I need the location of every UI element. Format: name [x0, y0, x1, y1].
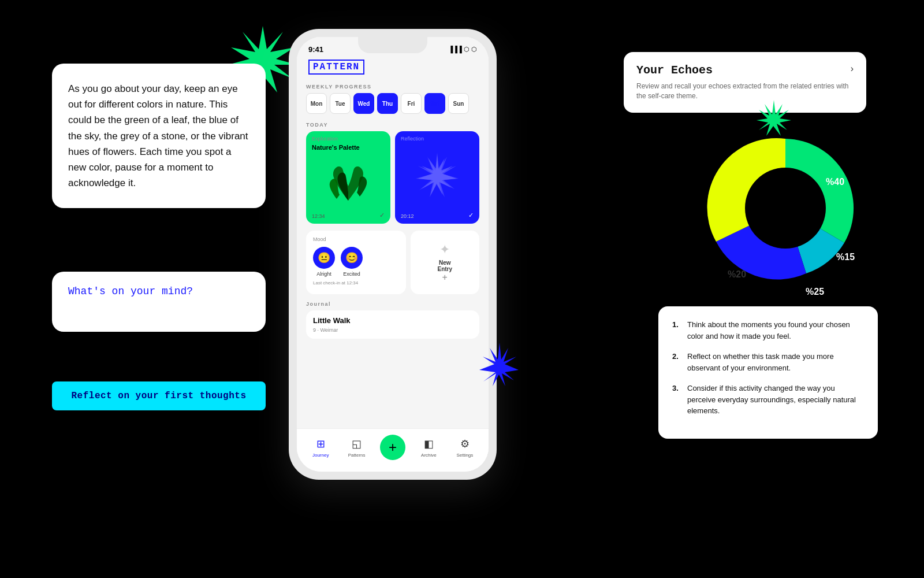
- status-icons: ▐▐▐ ⬡ ⬡: [449, 46, 478, 53]
- archive-label: Archive: [421, 453, 437, 458]
- svg-text:%25: %25: [806, 287, 824, 297]
- journal-title: Little Walk: [313, 316, 472, 325]
- phone-mockup: 9:41 ▐▐▐ ⬡ ⬡ PATTERN WEEKLY PROGRESS Mon…: [289, 29, 497, 480]
- new-entry-label: NewEntry: [437, 260, 452, 272]
- nav-patterns[interactable]: ◱ Patterns: [338, 438, 374, 458]
- phone-notch: [358, 37, 427, 53]
- reflection-category: Reflection: [395, 131, 479, 144]
- reflect-button[interactable]: Reflect on your first thoughts: [52, 381, 266, 410]
- day-thu[interactable]: Thu: [377, 93, 398, 114]
- mood-excited[interactable]: 😊 Excited: [341, 247, 363, 277]
- echoes-arrow[interactable]: ›: [851, 64, 854, 74]
- journal-label: Journal: [306, 301, 479, 307]
- bottom-nav: ⊞ Journey ◱ Patterns + ◧ Archive: [297, 428, 489, 472]
- bullet-text-1: Think about the moments you found your c…: [687, 319, 864, 342]
- bullet-text-2: Reflect on whether this task made you mo…: [687, 351, 864, 373]
- mood-label: Mood: [313, 236, 399, 242]
- phone-screen: 9:41 ▐▐▐ ⬡ ⬡ PATTERN WEEKLY PROGRESS Mon…: [297, 37, 489, 472]
- weekly-progress-section: WEEKLY PROGRESS Mon Tue Wed Thu Fri Sat …: [297, 80, 489, 118]
- nav-settings[interactable]: ⚙ Settings: [447, 438, 483, 458]
- alright-icon: 😐: [313, 247, 335, 269]
- exploration-category: Exploration: [306, 131, 390, 144]
- exploration-card[interactable]: Exploration Nature's Palette 12:: [306, 131, 390, 224]
- svg-text:%40: %40: [826, 177, 844, 187]
- new-entry-plus-icon: +: [442, 272, 448, 283]
- status-time: 9:41: [308, 45, 323, 54]
- bullets-card: 1. Think about the moments you found you…: [658, 306, 878, 439]
- mind-input-card[interactable]: What's on your mind?: [52, 272, 266, 332]
- day-tue[interactable]: Tue: [330, 93, 351, 114]
- exploration-title: Nature's Palette: [306, 144, 390, 154]
- exploration-text-card: As you go about your day, keep an eye ou…: [52, 64, 266, 208]
- reflection-time: 20:12: [401, 213, 414, 219]
- mood-new-entry-card[interactable]: ✦ NewEntry +: [411, 231, 479, 294]
- patterns-icon: ◱: [352, 438, 362, 450]
- settings-icon: ⚙: [460, 438, 470, 450]
- nav-archive[interactable]: ◧ Archive: [411, 438, 446, 458]
- nav-journey[interactable]: ⊞ Journey: [303, 438, 338, 458]
- settings-label: Settings: [456, 453, 473, 458]
- archive-icon: ◧: [424, 438, 434, 450]
- add-icon[interactable]: +: [380, 435, 405, 460]
- svg-text:%15: %15: [836, 252, 855, 262]
- mind-prompt: What's on your mind?: [68, 286, 249, 297]
- bullet-3: 3. Consider if this activity changed the…: [672, 383, 864, 417]
- reflection-card[interactable]: Reflection 20:12 ✓: [395, 131, 479, 224]
- day-mon[interactable]: Mon: [306, 93, 327, 114]
- plant-illustration: [306, 154, 390, 206]
- excited-icon: 😊: [341, 247, 363, 269]
- journal-section: Journal Little Walk 9 · Weimar: [297, 299, 489, 343]
- mood-icons: 😐 Alright 😊 Excited: [313, 247, 399, 277]
- svg-marker-3: [479, 343, 519, 386]
- bullet-text-3: Consider if this activity changed the wa…: [687, 383, 864, 417]
- svg-text:%20: %20: [728, 269, 746, 279]
- today-cards: Exploration Nature's Palette 12:: [306, 131, 479, 224]
- app-header: PATTERN: [297, 57, 489, 80]
- echoes-title: Your Echoes: [636, 64, 713, 77]
- bullet-num-1: 1.: [672, 319, 681, 342]
- app-logo: PATTERN: [308, 60, 364, 75]
- journal-meta: 9 · Weimar: [313, 327, 472, 333]
- reflection-check: ✓: [468, 212, 474, 219]
- bullet-num-3: 3.: [672, 383, 681, 417]
- day-sun[interactable]: Sun: [448, 93, 469, 114]
- patterns-label: Patterns: [348, 453, 366, 458]
- mood-cards: Mood 😐 Alright 😊 Excited: [306, 231, 479, 294]
- alright-label: Alright: [316, 271, 331, 277]
- today-section: TODAY Exploration Nature's Palette: [297, 118, 489, 228]
- reflection-illustration: [395, 144, 479, 208]
- journey-label: Journey: [312, 453, 329, 458]
- mood-checkin: Last check-in at 12:34: [313, 280, 399, 286]
- exploration-time: 12:34: [312, 213, 325, 219]
- bullet-1: 1. Think about the moments you found you…: [672, 319, 864, 342]
- echoes-panel: Your Echoes › Review and recall your ech…: [624, 52, 866, 113]
- day-fri[interactable]: Fri: [401, 93, 422, 114]
- svg-point-5: [745, 168, 826, 249]
- donut-chart: %40 %15 %25 %20: [693, 116, 878, 301]
- nav-add[interactable]: +: [375, 435, 411, 460]
- exploration-check: ✓: [379, 212, 385, 219]
- mood-alright[interactable]: 😐 Alright: [313, 247, 335, 277]
- mood-section: Mood 😐 Alright 😊 Excited: [297, 228, 489, 299]
- weekly-label: WEEKLY PROGRESS: [306, 84, 479, 90]
- echoes-header: Your Echoes ›: [636, 64, 854, 77]
- journal-card[interactable]: Little Walk 9 · Weimar: [306, 310, 479, 339]
- bullet-num-2: 2.: [672, 351, 681, 373]
- today-label: TODAY: [306, 122, 479, 128]
- journey-icon: ⊞: [316, 438, 325, 450]
- blue-burst-decoration-1: [474, 341, 526, 393]
- sparkle-icon: ✦: [439, 242, 450, 257]
- bullet-2: 2. Reflect on whether this task made you…: [672, 351, 864, 373]
- week-days: Mon Tue Wed Thu Fri Sat Sun: [306, 93, 479, 114]
- exploration-body: As you go about your day, keep an eye ou…: [68, 81, 249, 191]
- svg-marker-2: [418, 155, 456, 195]
- echoes-description: Review and recall your echoes extracted …: [636, 81, 854, 101]
- day-wed[interactable]: Wed: [353, 93, 374, 114]
- excited-label: Excited: [343, 271, 360, 277]
- day-sat[interactable]: Sat: [424, 93, 445, 114]
- mood-main-card: Mood 😐 Alright 😊 Excited: [306, 231, 406, 294]
